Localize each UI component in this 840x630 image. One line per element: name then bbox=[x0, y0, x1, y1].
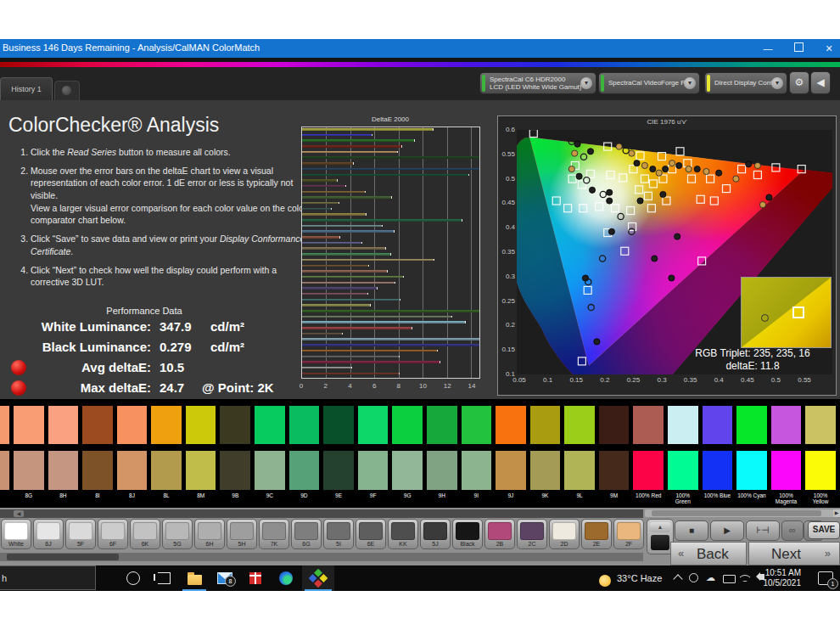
patch-button-6e[interactable]: 6E bbox=[356, 519, 386, 549]
measured-swatch[interactable] bbox=[289, 451, 320, 490]
read-series-button[interactable]: ▶ bbox=[710, 520, 744, 541]
patch-button-6k[interactable]: 6K bbox=[130, 519, 160, 549]
collapse-panel-button[interactable]: ◀ bbox=[810, 71, 831, 94]
target-swatch[interactable] bbox=[805, 406, 836, 444]
target-swatch[interactable] bbox=[82, 406, 113, 444]
mail-button[interactable]: 8 bbox=[210, 565, 239, 591]
deltae-error-bar[interactable] bbox=[302, 202, 339, 205]
target-swatch[interactable] bbox=[496, 406, 526, 444]
tab-nav-stub[interactable] bbox=[54, 81, 80, 102]
keyboard-button[interactable] bbox=[723, 575, 736, 583]
patch-button-6g[interactable]: 6G bbox=[291, 519, 322, 549]
deltae-error-bar[interactable] bbox=[302, 196, 392, 199]
measured-swatch[interactable] bbox=[633, 451, 664, 490]
target-swatch[interactable] bbox=[633, 406, 664, 444]
deltae-error-bar[interactable] bbox=[302, 191, 366, 194]
patch-button-2e[interactable]: 2E bbox=[581, 519, 612, 549]
target-swatch[interactable] bbox=[736, 406, 767, 444]
target-swatch[interactable] bbox=[255, 406, 285, 444]
target-swatch[interactable] bbox=[530, 406, 561, 444]
deltae-error-bar[interactable] bbox=[302, 344, 480, 346]
patch-button-2c[interactable]: 2C bbox=[517, 519, 547, 549]
deltae-error-bar[interactable] bbox=[302, 145, 402, 148]
patch-button-6j[interactable]: 6J bbox=[33, 519, 64, 549]
deltae-error-bar[interactable] bbox=[302, 333, 343, 335]
deltae-error-bar[interactable] bbox=[302, 299, 400, 301]
measured-swatch[interactable] bbox=[117, 451, 148, 490]
weather-button[interactable] bbox=[599, 572, 611, 588]
patch-button-7k[interactable]: 7K bbox=[259, 519, 289, 549]
action-center-button[interactable]: 1 bbox=[818, 571, 833, 585]
deltae-error-bar[interactable] bbox=[302, 134, 372, 137]
measured-swatch[interactable] bbox=[599, 451, 630, 490]
patch-button-5j[interactable]: 5J bbox=[420, 519, 451, 549]
target-swatch[interactable] bbox=[0, 406, 9, 444]
save-button[interactable]: SAVE bbox=[808, 521, 840, 539]
patch-button-6f[interactable]: 6F bbox=[98, 519, 128, 549]
tab-history-1[interactable]: History 1 bbox=[0, 77, 53, 101]
scrollbar-thumb[interactable] bbox=[652, 510, 821, 516]
patch-button-kk[interactable]: KK bbox=[388, 519, 418, 549]
measured-swatch[interactable] bbox=[771, 451, 802, 490]
toolbar-scrollbar-left[interactable] bbox=[0, 553, 643, 561]
measured-swatch[interactable] bbox=[220, 451, 250, 490]
target-swatch[interactable] bbox=[289, 406, 320, 444]
tray-app-button[interactable] bbox=[689, 573, 698, 582]
patch-button-5g[interactable]: 5G bbox=[162, 519, 193, 549]
target-swatch[interactable] bbox=[462, 406, 492, 444]
measured-swatch[interactable] bbox=[736, 451, 767, 490]
target-swatch[interactable] bbox=[427, 406, 457, 444]
measured-swatch[interactable] bbox=[323, 451, 354, 490]
minimize-button[interactable]: — bbox=[762, 42, 774, 54]
deltae-error-bar[interactable] bbox=[302, 247, 386, 250]
read-continuous-button[interactable]: ⊦⊣ bbox=[746, 520, 780, 541]
chevron-down-icon[interactable]: ▼ bbox=[580, 77, 592, 89]
measured-swatch[interactable] bbox=[48, 451, 79, 490]
measured-swatch[interactable] bbox=[703, 451, 733, 490]
edge-button[interactable] bbox=[272, 565, 300, 591]
target-swatch[interactable] bbox=[564, 406, 595, 444]
toolbar-scrollbar-right[interactable]: ▶ bbox=[645, 509, 840, 517]
target-swatch[interactable] bbox=[392, 406, 423, 444]
weather-text[interactable]: 33°C Haze bbox=[617, 573, 662, 583]
meter-dropdown[interactable]: SpectraCal C6 HDR2000 LCD (LED White Wid… bbox=[479, 72, 596, 94]
deltae-plot-area[interactable] bbox=[301, 127, 480, 379]
measured-swatch[interactable] bbox=[564, 451, 595, 490]
chevron-down-icon[interactable]: ▼ bbox=[684, 77, 696, 89]
back-button[interactable]: « Back bbox=[670, 542, 747, 565]
patch-button-2d[interactable]: 2D bbox=[549, 519, 580, 549]
target-swatch[interactable] bbox=[186, 406, 216, 444]
deltae-error-bar[interactable] bbox=[302, 168, 480, 171]
patch-button-2f[interactable]: 2F bbox=[613, 519, 644, 549]
patch-button-white[interactable]: White bbox=[1, 519, 31, 549]
patch-button-5f[interactable]: 5F bbox=[65, 519, 96, 549]
deltae-error-bar[interactable] bbox=[302, 338, 480, 340]
deltae-error-bar[interactable] bbox=[302, 321, 466, 323]
scrollbar-thumb[interactable] bbox=[7, 554, 119, 560]
deltae-error-bar[interactable] bbox=[302, 151, 398, 154]
scroll-left-icon[interactable]: ◀ bbox=[14, 510, 24, 517]
measured-swatch[interactable] bbox=[14, 451, 44, 490]
deltae-error-bar[interactable] bbox=[302, 265, 369, 267]
measured-swatch[interactable] bbox=[530, 451, 561, 490]
deltae-error-bar[interactable] bbox=[302, 139, 415, 142]
stepper-up-icon[interactable]: ▲ bbox=[650, 522, 670, 532]
measured-swatch[interactable] bbox=[427, 451, 457, 490]
deltae-error-bar[interactable] bbox=[302, 156, 480, 159]
patch-button-2b[interactable]: 2B bbox=[484, 519, 515, 549]
deltae-error-bar[interactable] bbox=[302, 128, 434, 131]
deltae-error-bar[interactable] bbox=[302, 327, 412, 329]
target-swatch[interactable] bbox=[151, 406, 182, 444]
deltae-error-bar[interactable] bbox=[302, 293, 368, 295]
next-button[interactable]: Next » bbox=[748, 542, 840, 565]
measured-swatch[interactable] bbox=[496, 451, 526, 490]
gift-app-button[interactable] bbox=[241, 565, 270, 591]
deltae-error-bar[interactable] bbox=[302, 304, 371, 307]
deltae-error-bar[interactable] bbox=[302, 310, 480, 312]
deltae-error-bar[interactable] bbox=[302, 356, 400, 358]
deltae-error-bar[interactable] bbox=[302, 259, 434, 262]
deltae-error-bar[interactable] bbox=[302, 276, 404, 278]
deltae-error-bar[interactable] bbox=[302, 174, 469, 177]
deltae-error-bar[interactable] bbox=[302, 185, 346, 188]
deltae-error-bar[interactable] bbox=[302, 367, 352, 369]
